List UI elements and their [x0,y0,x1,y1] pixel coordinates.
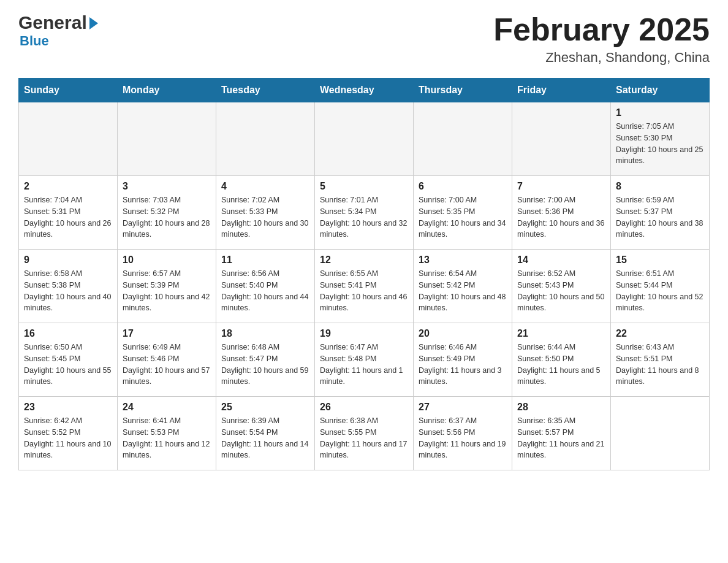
logo-general-text: General [18,12,87,33]
day-info: Sunrise: 7:04 AMSunset: 5:31 PMDaylight:… [24,194,112,240]
calendar-table: SundayMondayTuesdayWednesdayThursdayFrid… [18,78,710,470]
column-header-tuesday: Tuesday [216,79,315,102]
logo-general: General [18,12,98,33]
calendar-cell [611,397,710,470]
calendar-cell: 7Sunrise: 7:00 AMSunset: 5:36 PMDaylight… [512,176,611,250]
day-info: Sunrise: 6:38 AMSunset: 5:55 PMDaylight:… [320,415,408,461]
day-number: 23 [24,402,112,413]
calendar-cell: 28Sunrise: 6:35 AMSunset: 5:57 PMDayligh… [512,397,611,470]
day-info: Sunrise: 6:57 AMSunset: 5:39 PMDaylight:… [123,268,211,314]
day-number: 8 [616,181,704,192]
day-number: 7 [517,181,605,192]
day-info: Sunrise: 6:54 AMSunset: 5:42 PMDaylight:… [419,268,507,314]
day-number: 3 [123,181,211,192]
page-header: General Blue February 2025 Zheshan, Shan… [18,12,710,66]
calendar-cell: 23Sunrise: 6:42 AMSunset: 5:52 PMDayligh… [19,397,118,470]
calendar-cell: 8Sunrise: 6:59 AMSunset: 5:37 PMDaylight… [611,176,710,250]
day-info: Sunrise: 6:51 AMSunset: 5:44 PMDaylight:… [616,268,704,314]
calendar-cell [512,102,611,176]
day-info: Sunrise: 7:03 AMSunset: 5:32 PMDaylight:… [123,194,211,240]
calendar-cell: 25Sunrise: 6:39 AMSunset: 5:54 PMDayligh… [216,397,315,470]
calendar-subtitle: Zheshan, Shandong, China [493,50,710,66]
logo-blue-text: Blue [20,33,49,49]
column-header-thursday: Thursday [414,79,512,102]
day-info: Sunrise: 7:00 AMSunset: 5:36 PMDaylight:… [517,194,605,240]
calendar-cell: 17Sunrise: 6:49 AMSunset: 5:46 PMDayligh… [118,323,216,397]
logo: General Blue [18,12,98,49]
day-number: 9 [24,255,112,266]
calendar-cell: 1Sunrise: 7:05 AMSunset: 5:30 PMDaylight… [611,102,710,176]
calendar-week-row: 2Sunrise: 7:04 AMSunset: 5:31 PMDaylight… [19,176,710,250]
day-number: 21 [517,328,605,339]
day-info: Sunrise: 6:46 AMSunset: 5:49 PMDaylight:… [419,342,507,388]
calendar-cell [19,102,118,176]
calendar-cell: 18Sunrise: 6:48 AMSunset: 5:47 PMDayligh… [216,323,315,397]
column-header-friday: Friday [512,79,611,102]
day-number: 26 [320,402,408,413]
day-number: 28 [517,402,605,413]
calendar-cell: 19Sunrise: 6:47 AMSunset: 5:48 PMDayligh… [315,323,414,397]
calendar-cell: 4Sunrise: 7:02 AMSunset: 5:33 PMDaylight… [216,176,315,250]
title-section: February 2025 Zheshan, Shandong, China [493,12,710,66]
calendar-cell: 26Sunrise: 6:38 AMSunset: 5:55 PMDayligh… [315,397,414,470]
calendar-cell: 27Sunrise: 6:37 AMSunset: 5:56 PMDayligh… [414,397,512,470]
day-number: 17 [123,328,211,339]
day-info: Sunrise: 6:42 AMSunset: 5:52 PMDaylight:… [24,415,112,461]
day-number: 1 [616,107,704,118]
calendar-cell: 12Sunrise: 6:55 AMSunset: 5:41 PMDayligh… [315,250,414,323]
calendar-cell: 14Sunrise: 6:52 AMSunset: 5:43 PMDayligh… [512,250,611,323]
column-header-saturday: Saturday [611,79,710,102]
day-info: Sunrise: 6:52 AMSunset: 5:43 PMDaylight:… [517,268,605,314]
day-number: 10 [123,255,211,266]
calendar-cell: 9Sunrise: 6:58 AMSunset: 5:38 PMDaylight… [19,250,118,323]
calendar-header-row: SundayMondayTuesdayWednesdayThursdayFrid… [19,79,710,102]
day-number: 25 [221,402,309,413]
calendar-cell: 21Sunrise: 6:44 AMSunset: 5:50 PMDayligh… [512,323,611,397]
day-info: Sunrise: 6:48 AMSunset: 5:47 PMDaylight:… [221,342,309,388]
day-info: Sunrise: 6:59 AMSunset: 5:37 PMDaylight:… [616,194,704,240]
day-info: Sunrise: 6:58 AMSunset: 5:38 PMDaylight:… [24,268,112,314]
calendar-title: February 2025 [493,12,710,47]
calendar-cell [315,102,414,176]
day-number: 12 [320,255,408,266]
day-number: 4 [221,181,309,192]
calendar-cell: 22Sunrise: 6:43 AMSunset: 5:51 PMDayligh… [611,323,710,397]
calendar-cell: 3Sunrise: 7:03 AMSunset: 5:32 PMDaylight… [118,176,216,250]
day-number: 27 [419,402,507,413]
column-header-monday: Monday [118,79,216,102]
day-info: Sunrise: 7:01 AMSunset: 5:34 PMDaylight:… [320,194,408,240]
calendar-week-row: 1Sunrise: 7:05 AMSunset: 5:30 PMDaylight… [19,102,710,176]
day-number: 6 [419,181,507,192]
logo-arrow-icon [89,17,98,29]
calendar-cell: 20Sunrise: 6:46 AMSunset: 5:49 PMDayligh… [414,323,512,397]
calendar-cell [118,102,216,176]
calendar-week-row: 23Sunrise: 6:42 AMSunset: 5:52 PMDayligh… [19,397,710,470]
day-number: 18 [221,328,309,339]
day-info: Sunrise: 6:49 AMSunset: 5:46 PMDaylight:… [123,342,211,388]
day-number: 14 [517,255,605,266]
day-info: Sunrise: 6:50 AMSunset: 5:45 PMDaylight:… [24,342,112,388]
day-info: Sunrise: 6:41 AMSunset: 5:53 PMDaylight:… [123,415,211,461]
day-info: Sunrise: 7:00 AMSunset: 5:35 PMDaylight:… [419,194,507,240]
calendar-cell: 13Sunrise: 6:54 AMSunset: 5:42 PMDayligh… [414,250,512,323]
day-info: Sunrise: 6:39 AMSunset: 5:54 PMDaylight:… [221,415,309,461]
column-header-wednesday: Wednesday [315,79,414,102]
calendar-cell [216,102,315,176]
day-number: 11 [221,255,309,266]
calendar-cell: 24Sunrise: 6:41 AMSunset: 5:53 PMDayligh… [118,397,216,470]
day-info: Sunrise: 6:44 AMSunset: 5:50 PMDaylight:… [517,342,605,388]
day-number: 22 [616,328,704,339]
day-number: 19 [320,328,408,339]
day-info: Sunrise: 7:02 AMSunset: 5:33 PMDaylight:… [221,194,309,240]
day-number: 16 [24,328,112,339]
calendar-cell [414,102,512,176]
calendar-week-row: 9Sunrise: 6:58 AMSunset: 5:38 PMDaylight… [19,250,710,323]
day-number: 20 [419,328,507,339]
day-info: Sunrise: 6:37 AMSunset: 5:56 PMDaylight:… [419,415,507,461]
calendar-cell: 5Sunrise: 7:01 AMSunset: 5:34 PMDaylight… [315,176,414,250]
day-number: 2 [24,181,112,192]
day-info: Sunrise: 6:55 AMSunset: 5:41 PMDaylight:… [320,268,408,314]
day-info: Sunrise: 6:43 AMSunset: 5:51 PMDaylight:… [616,342,704,388]
day-info: Sunrise: 6:56 AMSunset: 5:40 PMDaylight:… [221,268,309,314]
day-number: 15 [616,255,704,266]
